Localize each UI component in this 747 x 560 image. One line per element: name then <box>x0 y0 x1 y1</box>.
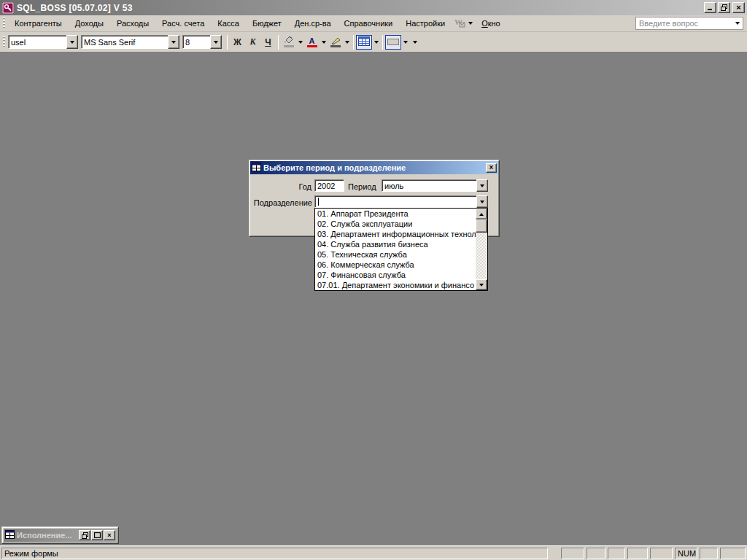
minimize-button[interactable] <box>704 2 716 13</box>
menu-den-sredstva[interactable]: Ден.ср-ва <box>288 17 338 30</box>
scroll-down-button[interactable] <box>476 279 487 290</box>
arrow-down-icon <box>479 284 484 287</box>
ask-question-combo[interactable]: Введите вопрос <box>635 17 743 30</box>
status-mode: Режим формы <box>1 548 548 559</box>
chevron-down-icon <box>171 41 176 44</box>
department-list-items: 01. Аппарат Президента 02. Служба эксплу… <box>315 209 476 290</box>
fill-color-button[interactable] <box>281 35 296 50</box>
dialog-close-button[interactable]: × <box>486 163 497 173</box>
line-color-button[interactable] <box>328 35 343 50</box>
mini-maximize-button[interactable] <box>91 530 103 540</box>
ask-question-placeholder: Введите вопрос <box>636 19 732 28</box>
minimized-window-title: Исполнение... <box>17 531 78 540</box>
chevron-down-icon <box>413 41 417 44</box>
toolbar-separator <box>353 35 354 50</box>
menu-dokhody[interactable]: Доходы <box>69 17 110 30</box>
list-item[interactable]: 03. Департамент информационных технол <box>315 229 476 239</box>
bold-button[interactable]: Ж <box>230 35 245 50</box>
list-item[interactable]: 07. Финансовая служба <box>315 270 476 280</box>
fill-color-bar <box>284 45 294 47</box>
chevron-down-icon <box>322 41 326 44</box>
list-item[interactable]: 02. Служба эксплуатации <box>315 219 476 229</box>
chevron-down-icon <box>403 41 408 44</box>
dialog-title: Выберите период и подразделение <box>263 163 486 172</box>
toolbar-separator <box>278 35 279 50</box>
form-icon <box>252 163 261 173</box>
formatting-toolbar: usel MS Sans Serif 8 Ж К Ч <box>0 32 747 52</box>
toolbar-separator <box>227 35 228 50</box>
gridlines-dropdown-button[interactable] <box>372 35 380 50</box>
chevron-down-icon <box>480 201 484 203</box>
toolbar-grip-handle[interactable] <box>3 36 5 48</box>
font-size-combo[interactable]: 8 <box>182 35 222 49</box>
status-panel <box>650 548 673 559</box>
scroll-up-button[interactable] <box>476 209 487 219</box>
font-name-combo[interactable]: MS Sans Serif <box>81 35 179 49</box>
department-dropdown-button[interactable] <box>476 195 488 208</box>
toolbar-separator <box>382 35 383 50</box>
list-item[interactable]: 06. Коммерческая служба <box>315 260 476 270</box>
font-size-dropdown-button[interactable] <box>210 35 222 49</box>
special-effect-dropdown-button[interactable] <box>401 35 409 50</box>
font-color-dropdown-button[interactable] <box>320 35 328 50</box>
chevron-down-icon <box>298 41 303 44</box>
list-item[interactable]: 05. Техническая служба <box>315 249 476 260</box>
mini-close-button[interactable]: × <box>104 530 115 540</box>
font-color-button[interactable]: A <box>304 35 320 50</box>
gridlines-button[interactable] <box>356 35 372 50</box>
application-window: SQL_BOSS [05.07.02] V 53 × Контрагенты Д… <box>0 0 747 560</box>
list-item[interactable]: 07.01. Департамент экономики и финансо <box>315 280 476 290</box>
menu-nastroyki[interactable]: Настройки <box>399 17 452 30</box>
scrollbar-track[interactable] <box>476 233 487 279</box>
scrollbar-thumb[interactable] <box>476 219 487 233</box>
toolbar-options-button[interactable] <box>411 35 419 50</box>
ask-question-dropdown-button[interactable] <box>732 18 743 29</box>
title-bar: SQL_BOSS [05.07.02] V 53 × <box>0 0 747 15</box>
close-button[interactable]: × <box>732 2 745 13</box>
list-item[interactable]: 04. Служба развития бизнеса <box>315 239 476 249</box>
line-color-dropdown-button[interactable] <box>343 35 351 50</box>
window-title: SQL_BOSS [05.07.02] V 53 <box>17 3 703 13</box>
period-dropdown-button[interactable] <box>476 179 488 192</box>
year-value: 2002 <box>317 182 335 190</box>
year-label: Год <box>276 182 311 191</box>
font-name-dropdown-button[interactable] <box>168 35 179 49</box>
list-scrollbar[interactable] <box>476 209 487 290</box>
menu-okno[interactable]: Окно <box>475 17 507 30</box>
object-select-combo[interactable]: usel <box>8 35 78 49</box>
minimized-window-ispolnenie[interactable]: Исполнение... × <box>1 526 119 544</box>
font-color-icon: A <box>307 37 317 47</box>
period-label: Период <box>348 182 376 191</box>
italic-button[interactable]: К <box>245 35 260 50</box>
dialog-title-bar: Выберите период и подразделение × <box>250 161 498 174</box>
menu-kassa[interactable]: Касса <box>211 17 246 30</box>
object-select-dropdown-button[interactable] <box>66 35 78 49</box>
status-num-indicator: NUM <box>675 548 697 559</box>
year-input[interactable]: 2002 <box>314 179 344 192</box>
chevron-down-icon <box>374 41 379 44</box>
menu-byudzhet[interactable]: Бюджет <box>246 17 288 30</box>
status-panel <box>587 548 605 559</box>
menu-okno-accel: О <box>481 19 488 28</box>
minimized-window-title-bar[interactable]: Исполнение... × <box>4 529 117 542</box>
period-combo[interactable]: июль <box>382 179 488 192</box>
status-panel <box>561 548 584 559</box>
menu-raskhody[interactable]: Расходы <box>110 17 155 30</box>
menubar-grip-handle[interactable] <box>3 18 5 29</box>
paint-bucket-icon <box>284 36 294 47</box>
app-key-icon <box>2 2 14 14</box>
special-effect-button[interactable] <box>385 35 401 50</box>
underline-button[interactable]: Ч <box>260 35 276 50</box>
menu-spravochniki[interactable]: Справочники <box>338 17 400 30</box>
menu-rasch-scheta[interactable]: Расч. счета <box>155 17 211 30</box>
list-item[interactable]: 01. Аппарат Президента <box>315 209 476 219</box>
mini-restore-button[interactable] <box>79 530 90 540</box>
department-combo[interactable] <box>314 195 488 208</box>
status-panel <box>720 548 746 559</box>
word-mail-menu-button[interactable]: W <box>452 16 475 31</box>
chevron-down-icon <box>480 184 484 187</box>
fill-color-dropdown-button[interactable] <box>296 35 304 50</box>
chevron-down-icon <box>70 41 74 44</box>
menu-kontragenty[interactable]: Контрагенты <box>8 17 69 30</box>
restore-button[interactable] <box>718 2 730 13</box>
